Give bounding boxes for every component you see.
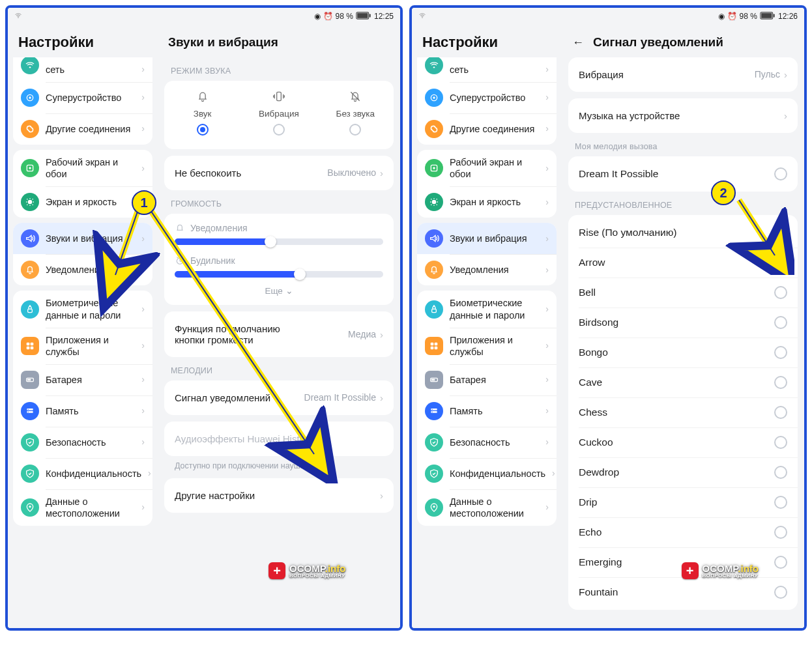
chevron-right-icon: › — [545, 64, 549, 76]
sidebar-item[interactable]: Конфиденциальность› — [417, 458, 557, 489]
vibrate-icon — [243, 90, 314, 105]
sidebar-item[interactable]: сеть› — [417, 57, 557, 82]
ringtone-item[interactable]: Echo — [568, 517, 798, 547]
svg-point-37 — [433, 167, 435, 169]
ringtone-item[interactable]: Rise (По умолчанию) — [568, 218, 798, 248]
sidebar-item[interactable]: Безопасность› — [13, 427, 152, 458]
sidebar-item[interactable]: Батарея› — [13, 364, 152, 395]
sidebar-item-icon — [21, 261, 39, 279]
sidebar-item[interactable]: Звуки и вибрация› — [417, 223, 557, 254]
sidebar-item[interactable]: Батарея› — [417, 364, 557, 395]
phone-right: ◉ ⏰ 98 % 12:26 Настройки сеть›Суперустро… — [409, 5, 807, 631]
row-other-settings[interactable]: Другие настройки › — [164, 481, 394, 510]
radio-unchecked[interactable] — [774, 466, 787, 479]
sidebar-item[interactable]: Другие соединения› — [417, 113, 557, 145]
chevron-right-icon: › — [545, 233, 549, 245]
mode-silent[interactable]: Без звука — [317, 83, 394, 147]
row-vibration-pattern[interactable]: Вибрация Пульс › — [568, 60, 798, 89]
radio-unchecked[interactable] — [774, 376, 787, 389]
row-music-on-device[interactable]: Музыка на устройстве › — [568, 101, 798, 130]
sidebar-item[interactable]: Данные о местоположении› — [417, 489, 557, 526]
sidebar-item-icon — [425, 57, 443, 74]
sidebar-title: Настройки — [8, 25, 158, 57]
radio-silent[interactable] — [349, 124, 361, 136]
watermark: + OCOMP.infoВОПРОСЫ АДМИНУ — [682, 562, 759, 579]
sidebar-item-label: Экран и яркость — [450, 196, 521, 208]
row-dnd[interactable]: Не беспокоить Выключено › — [164, 158, 394, 188]
sidebar-item[interactable]: Уведомления› — [417, 254, 557, 285]
sidebar-item-icon — [425, 498, 443, 517]
sidebar-item[interactable]: Другие соединения› — [13, 113, 152, 145]
ringtone-item[interactable]: Bell — [568, 278, 798, 308]
sidebar-item[interactable]: Безопасность› — [417, 427, 557, 458]
radio-unchecked[interactable] — [774, 556, 787, 569]
sidebar-item-label: Батарея — [46, 374, 82, 386]
sidebar-item[interactable]: Экран и яркость› — [417, 186, 557, 218]
ringtone-item[interactable]: Drip — [568, 487, 798, 517]
ringtone-item[interactable]: Fountain — [568, 577, 798, 607]
ringtone-item[interactable]: Birdsong — [568, 308, 798, 337]
ringtone-item[interactable]: Arrow — [568, 248, 798, 278]
radio-unchecked[interactable] — [774, 256, 787, 269]
back-button[interactable]: ← — [572, 36, 584, 50]
ringtone-label: Birdsong — [579, 317, 618, 328]
mode-vibrate[interactable]: Вибрация — [240, 83, 317, 147]
radio-unchecked[interactable] — [774, 286, 787, 299]
sidebar-item[interactable]: Звуки и вибрация› — [13, 223, 152, 254]
sidebar-item[interactable]: Приложения и службы› — [417, 328, 557, 364]
radio-sound[interactable] — [197, 124, 209, 136]
sidebar-item[interactable]: Биометрические данные и пароли› — [417, 291, 557, 327]
radio-unchecked[interactable] — [774, 526, 787, 539]
detail-pane-notif-sound[interactable]: ← Сигнал уведомлений Вибрация Пульс › Му… — [562, 25, 804, 628]
slider-notifications[interactable]: Уведомления — [164, 216, 394, 249]
radio-unchecked[interactable] — [774, 406, 787, 419]
sidebar-item-label: Экран и яркость — [46, 196, 117, 208]
ringtone-label: Dewdrop — [579, 466, 619, 478]
sidebar-item-label: Конфиденциальность — [450, 468, 545, 480]
more-toggle[interactable]: Еще ⌄ — [164, 281, 394, 302]
chevron-right-icon: › — [141, 437, 145, 448]
sidebar-item[interactable]: Рабочий экран и обои› — [13, 150, 152, 186]
radio-unchecked[interactable] — [774, 496, 787, 509]
settings-sidebar[interactable]: Настройки сеть›Суперустройство›Другие со… — [8, 25, 158, 628]
sidebar-item[interactable]: Данные о местоположении› — [13, 489, 152, 526]
sidebar-item-icon — [425, 120, 443, 138]
sidebar-item[interactable]: Экран и яркость› — [13, 186, 152, 218]
radio-unchecked[interactable] — [774, 586, 787, 599]
ringtone-item[interactable]: Chess — [568, 397, 798, 427]
row-volume-button-fn[interactable]: Функция по умолчанию кнопки громкости Ме… — [164, 314, 394, 354]
radio-unchecked[interactable] — [774, 346, 787, 359]
chevron-right-icon: › — [380, 490, 383, 501]
detail-pane-sounds[interactable]: Звуки и вибрация РЕЖИМ ЗВУКА Звук Вибрац… — [158, 25, 400, 628]
sidebar-item[interactable]: Уведомления› — [13, 254, 152, 285]
sidebar-item[interactable]: Суперустройство› — [13, 82, 152, 113]
ringtone-item[interactable]: Dewdrop — [568, 457, 798, 487]
ringtone-my-item[interactable]: Dream It Possible — [568, 159, 798, 189]
sidebar-item[interactable]: Приложения и службы› — [13, 328, 152, 364]
settings-sidebar[interactable]: Настройки сеть›Суперустройство›Другие со… — [412, 25, 562, 628]
chevron-right-icon: › — [314, 433, 317, 444]
ringtone-item[interactable]: Cuckoo — [568, 427, 798, 457]
mode-sound[interactable]: Звук — [164, 83, 240, 147]
sidebar-item-icon — [21, 57, 39, 74]
radio-unchecked[interactable] — [774, 436, 787, 449]
sidebar-item[interactable]: Память› — [13, 395, 152, 427]
radio-unchecked[interactable] — [774, 316, 787, 329]
ringtone-item[interactable]: Bongo — [568, 337, 798, 367]
sidebar-item-label: сеть — [46, 64, 65, 76]
ringtone-item[interactable]: Cave — [568, 367, 798, 397]
radio-checked[interactable] — [774, 226, 787, 239]
sidebar-item[interactable]: сеть› — [13, 57, 152, 82]
sidebar-item-label: Звуки и вибрация — [450, 233, 527, 244]
slider-alarm[interactable]: Будильник — [164, 249, 394, 281]
chevron-right-icon: › — [545, 163, 549, 175]
radio-unchecked[interactable] — [774, 167, 787, 180]
row-notification-sound[interactable]: Сигнал уведомлений Dream It Possible › — [164, 383, 394, 412]
sidebar-item[interactable]: Суперустройство› — [417, 82, 557, 113]
sidebar-item[interactable]: Память› — [417, 395, 557, 427]
sidebar-item[interactable]: Конфиденциальность› — [13, 458, 152, 489]
radio-vibrate[interactable] — [273, 124, 285, 136]
sidebar-item[interactable]: Рабочий экран и обои› — [417, 150, 557, 186]
plus-icon: + — [682, 562, 699, 579]
sidebar-item[interactable]: Биометрические данные и пароли› — [13, 291, 152, 327]
